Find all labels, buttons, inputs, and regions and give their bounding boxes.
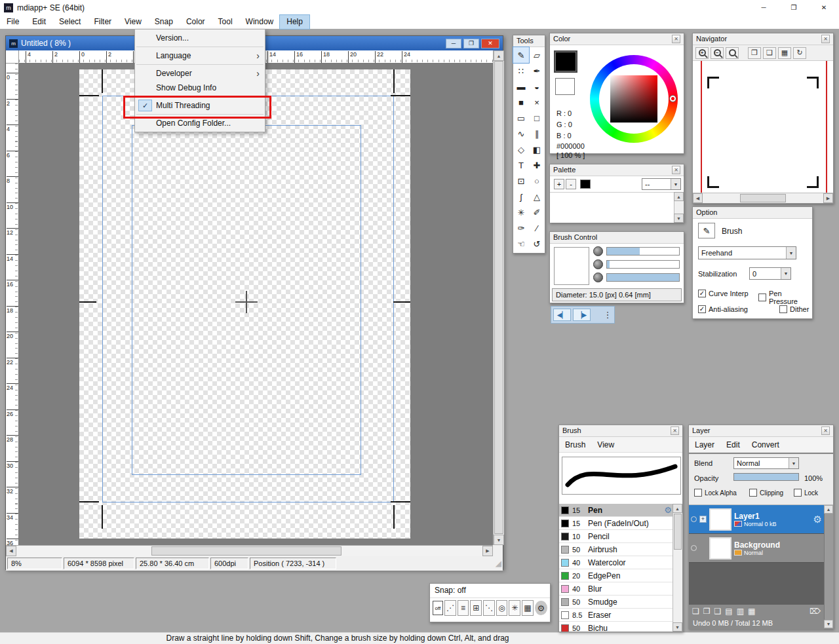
step-forward-button[interactable]: ▕▶	[573, 309, 591, 321]
palette-color-swatch[interactable]	[580, 180, 591, 189]
document-close-button[interactable]: ✕	[481, 39, 499, 48]
scroll-up-arrow[interactable]: ▲	[494, 50, 504, 61]
nav-zoom-reset-icon-button[interactable]	[726, 47, 739, 59]
scroll-down-arrow[interactable]: ▼	[824, 620, 833, 628]
layer-menu-edit[interactable]: Edit	[720, 440, 746, 449]
close-icon[interactable]: ✕	[671, 426, 679, 435]
menu-file[interactable]: File	[0, 15, 26, 29]
scroll-right-arrow[interactable]: ▶	[482, 546, 493, 556]
layer-menu-convert[interactable]: Convert	[746, 440, 785, 449]
snap-horizontal-icon[interactable]: ≡	[458, 600, 469, 616]
scrollbar-thumb[interactable]	[494, 61, 503, 534]
resize-grip[interactable]: ◢	[496, 559, 501, 568]
close-icon[interactable]: ✕	[821, 426, 830, 435]
tool-polygon[interactable]: ◇	[513, 142, 529, 157]
slider-knob[interactable]	[593, 246, 603, 256]
palette-add-button[interactable]: +	[554, 179, 564, 189]
brush-item-pencil[interactable]: 10Pencil	[559, 530, 674, 543]
palette-set-dropdown[interactable]: -- ▼	[642, 178, 681, 190]
brush-item-airbrush[interactable]: 50Airbrush	[559, 543, 674, 556]
scroll-down-arrow[interactable]: ▼	[494, 535, 504, 545]
nav-pixel-grid-icon-button[interactable]: ▦	[778, 47, 791, 59]
menu-tool[interactable]: Tool	[212, 15, 239, 29]
visibility-dot[interactable]	[691, 545, 697, 551]
tool-magic-wand[interactable]: ✳	[513, 204, 529, 220]
gear-icon[interactable]: ⚙	[535, 601, 547, 615]
close-icon[interactable]: ✕	[821, 35, 830, 43]
snap-radial-icon[interactable]: ✳	[509, 600, 520, 616]
secondary-color-swatch[interactable]	[555, 78, 575, 95]
brush-item-smudge[interactable]: 50Smudge	[559, 596, 674, 609]
tool-tone[interactable]: ◒	[529, 79, 545, 94]
palette-remove-button[interactable]: -	[566, 179, 576, 189]
new-folder-icon[interactable]: ❑	[714, 607, 722, 616]
scrollbar-vertical[interactable]: ▲ ▼	[493, 50, 504, 545]
slider-knob[interactable]	[593, 273, 603, 282]
tool-text[interactable]: T	[513, 157, 529, 173]
scrollbar-horizontal[interactable]: ◀ ▶	[6, 545, 493, 556]
scroll-right-arrow[interactable]: ▶	[823, 193, 833, 203]
scroll-left-arrow[interactable]: ◀	[693, 193, 703, 203]
maximize-button[interactable]: ❐	[779, 0, 809, 15]
brush-menu-view[interactable]: View	[591, 440, 620, 449]
opacity-slider[interactable]	[606, 273, 680, 282]
snap-concentric-icon[interactable]: ◎	[496, 600, 508, 616]
canvas-viewport[interactable]	[19, 64, 493, 545]
scrollbar-thumb[interactable]	[151, 546, 341, 556]
menu-snap[interactable]: Snap	[148, 15, 180, 29]
stabilization-dropdown[interactable]: 0 ▼	[749, 267, 791, 280]
tool-select-ellipse[interactable]: ○	[529, 173, 545, 189]
delete-layer-icon[interactable]: ⌦	[810, 607, 821, 616]
min-size-slider[interactable]	[606, 260, 680, 269]
menu-color[interactable]: Color	[180, 15, 212, 29]
scroll-down-arrow[interactable]: ▼	[674, 214, 684, 223]
checkbox-lock-alpha[interactable]: Lock Alpha	[694, 489, 737, 497]
tool-eraser[interactable]: ▱	[529, 47, 545, 63]
primary-color-swatch[interactable]	[555, 52, 576, 71]
navigator-preview[interactable]	[693, 61, 833, 193]
snap-parallel-icon[interactable]: ⋰	[444, 600, 456, 616]
close-button[interactable]: ✕	[809, 0, 839, 15]
scrollbar-thumb[interactable]	[740, 194, 786, 202]
minimize-button[interactable]: ─	[749, 0, 779, 15]
layer-scrollbar[interactable]: ▲ ▼	[824, 505, 833, 628]
saturation-value-box[interactable]	[610, 75, 657, 123]
visibility-dot[interactable]	[691, 516, 697, 522]
tool-fill[interactable]: ■	[513, 94, 529, 110]
tool-hand[interactable]: ☜	[513, 236, 529, 252]
menu-help[interactable]: Help	[280, 15, 309, 29]
brush-item-eraser[interactable]: 8.5Eraser	[559, 609, 674, 622]
menu-filter[interactable]: Filter	[87, 15, 118, 29]
opacity-slider[interactable]	[733, 473, 799, 481]
checkbox-curve-interp[interactable]: ✓Curve Interp	[698, 290, 749, 297]
brush-item-edgepen[interactable]: 20EdgePen	[559, 569, 674, 582]
tool-pen[interactable]: ✎	[513, 47, 529, 63]
snap-off-button[interactable]: off	[433, 601, 443, 615]
draw-mode-dropdown[interactable]: Freehand ▼	[698, 246, 796, 259]
menu-view[interactable]: View	[118, 15, 148, 29]
tool-lasso[interactable]: ʃ	[513, 189, 529, 204]
scroll-up-arrow[interactable]: ▲	[673, 504, 682, 513]
snap-grid-icon[interactable]: ⊞	[470, 600, 482, 616]
brush-item-pen-fadein-out[interactable]: 15Pen (FadeIn/Out)	[559, 517, 674, 530]
snap-mesh-icon[interactable]: ▦	[522, 600, 534, 616]
palette-grid[interactable]	[550, 192, 674, 223]
scroll-down-arrow[interactable]: ▼	[673, 622, 682, 632]
tool-dot-pen[interactable]: ∷	[513, 63, 529, 79]
scrollbar-thumb[interactable]	[674, 514, 682, 550]
slider-knob[interactable]	[593, 259, 603, 269]
tool-measure[interactable]: ∕	[529, 220, 545, 236]
document-maximize-button[interactable]: ❐	[463, 39, 479, 48]
scroll-up-arrow[interactable]: ▲	[674, 192, 684, 201]
layer-menu-layer[interactable]: Layer	[689, 440, 720, 449]
hue-indicator[interactable]	[670, 96, 676, 102]
brush-item-pen[interactable]: 15Pen⚙	[559, 504, 674, 517]
tool-parallel-lines[interactable]: ∥	[529, 126, 545, 142]
snap-perspective-icon[interactable]: ⋱	[483, 600, 495, 616]
scroll-left-arrow[interactable]: ◀	[6, 546, 16, 556]
tool-select-polygon[interactable]: △	[529, 189, 545, 204]
tool-gradient[interactable]: ◧	[529, 142, 545, 157]
menu-edit[interactable]: Edit	[26, 15, 52, 29]
layer-item-layer1[interactable]: +Layer1Normal 0 kB⚙	[689, 505, 824, 534]
nav-zoom-out-icon-button[interactable]: −	[711, 47, 724, 59]
